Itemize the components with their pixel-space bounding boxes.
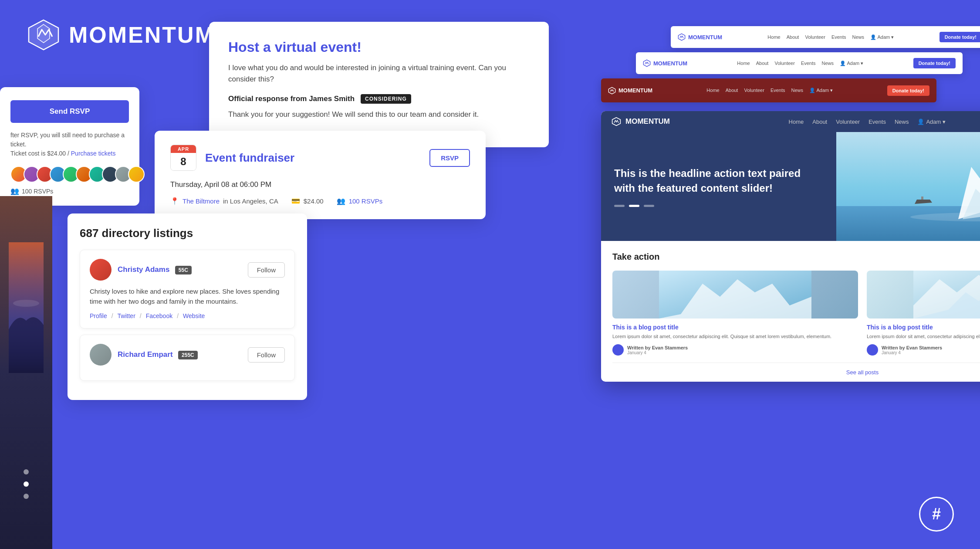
hash-icon-circle[interactable]: #: [919, 497, 954, 532]
preview-nav-3: MOMENTUM HomeAboutVolunteerEventsNews 👤 …: [601, 78, 936, 102]
member-avatar-christy: [90, 259, 112, 281]
event-fundraiser-card: APR 8 Event fundraiser RSVP Thursday, Ap…: [155, 131, 486, 219]
member-name-christy[interactable]: Christy Adams: [118, 265, 169, 274]
logo-text: MOMENTUM: [69, 22, 215, 48]
main-preview-card: MOMENTUM Home About Volunteer Events New…: [601, 111, 980, 382]
response-text: Thank you for your suggestion! We will s…: [228, 109, 530, 120]
send-rsvp-button[interactable]: Send RSVP: [10, 100, 129, 123]
member-card-christy: Christy Adams 55C Follow Christy loves t…: [80, 250, 295, 329]
rsvp-note: fter RSVP, you will still need to purcha…: [10, 131, 129, 158]
hero-headline: This is the headline action text paired …: [614, 166, 823, 195]
official-response-label: Official response from James Smith: [228, 95, 355, 103]
blog-posts-row: This is a blog post title Lorem ipsum do…: [612, 271, 980, 356]
hero-iceberg-svg: [836, 132, 980, 241]
author-avatar-2: [867, 344, 878, 356]
member-avatar-richard: [90, 344, 112, 366]
preview-donate-3[interactable]: Donate today!: [887, 85, 929, 96]
location-rest: in Los Angeles, CA: [223, 197, 278, 205]
preview-links-2: HomeAboutVolunteerEventsNews 👤 Adam ▾: [737, 61, 863, 66]
see-all-posts[interactable]: See all posts: [612, 363, 980, 382]
preview-nav-2: MOMENTUM HomeAboutVolunteerEventsNews 👤 …: [636, 52, 963, 74]
preview-donate-2[interactable]: Donate today!: [913, 58, 956, 68]
blog-title-2[interactable]: This is a blog post title: [867, 324, 980, 331]
blog-thumb-2: [867, 271, 980, 319]
event-title: Event fundraiser: [205, 151, 294, 165]
svg-point-3: [13, 300, 39, 307]
rsvp-note-line1: fter RSVP, you will still need to purcha…: [10, 132, 125, 148]
hero-indicators: [614, 205, 823, 207]
landscape-image: [9, 242, 44, 373]
take-action-header: Take action ✎ Create your own post: [612, 251, 980, 263]
blog-author-1: Written by Evan Stammers January 4: [612, 344, 858, 356]
hero-dot-2-active[interactable]: [629, 205, 639, 207]
hash-symbol: #: [932, 505, 941, 523]
rsvp-people-icon: 👥: [10, 187, 19, 195]
price-icon: 💳: [291, 197, 300, 205]
main-nav-logo-text: MOMENTUM: [625, 117, 670, 126]
member-link-twitter[interactable]: Twitter: [118, 312, 135, 319]
event-header-left: APR 8 Event fundraiser: [170, 145, 294, 171]
main-nav-logo: MOMENTUM: [612, 117, 670, 126]
hero-dot-3[interactable]: [644, 205, 654, 207]
author-name-2: Written by Evan Stammers: [882, 345, 942, 350]
event-date: Thursday, April 08 at 06:00 PM: [170, 180, 470, 189]
hero-section: This is the headline action text paired …: [601, 132, 980, 241]
logo-area: MOMENTUM: [26, 17, 215, 52]
member-link-facebook[interactable]: Facebook: [146, 312, 172, 319]
rsvp-count-link[interactable]: 100 RSVPs: [349, 197, 383, 205]
author-date-1: January 4: [627, 350, 688, 355]
calendar-month: APR: [171, 145, 196, 153]
follow-button-christy[interactable]: Follow: [248, 262, 285, 278]
follow-button-richard[interactable]: Follow: [248, 347, 285, 363]
preview-donate-1[interactable]: Donate today!: [939, 32, 980, 42]
main-nav-user[interactable]: 👤 Adam ▾: [917, 119, 946, 125]
member-card-richard: Richard Empart 255C Follow: [80, 335, 295, 381]
preview-logo-1: MOMENTUM: [678, 33, 722, 41]
main-nav: MOMENTUM Home About Volunteer Events New…: [601, 111, 980, 132]
slider-dot-3: [24, 494, 29, 499]
event-rsvp-count: 👥 100 RSVPs: [337, 197, 383, 205]
blog-excerpt-2: Lorem ipsum dolor sit amet, consectetur …: [867, 333, 980, 340]
rsvp-note-line2: Ticket cost is $24.00 /: [10, 150, 69, 157]
calendar-icon: APR 8: [170, 145, 196, 171]
rsvp-icon: 👥: [337, 197, 345, 205]
purchase-tickets-link[interactable]: Purchase tickets: [71, 150, 116, 157]
preview-logo-text-3: MOMENTUM: [618, 87, 652, 94]
blog-post-1: This is a blog post title Lorem ipsum do…: [612, 271, 858, 356]
main-nav-logo-icon: [612, 117, 621, 126]
rsvp-card: Send RSVP fter RSVP, you will still need…: [0, 87, 139, 206]
member-name-richard[interactable]: Richard Empart: [118, 350, 173, 359]
blog-image-2: [867, 271, 980, 319]
preview-logo-2: MOMENTUM: [643, 59, 687, 67]
member-link-profile[interactable]: Profile: [90, 312, 107, 319]
preview-links-3: HomeAboutVolunteerEventsNews 👤 Adam ▾: [706, 88, 833, 93]
event-location: 📍 The Biltmore in Los Angeles, CA: [170, 197, 278, 205]
member-header-richard: Richard Empart 255C Follow: [90, 344, 285, 366]
member-name-row-richard: Richard Empart 255C: [118, 350, 198, 359]
member-link-website[interactable]: Website: [183, 312, 205, 319]
location-link[interactable]: The Biltmore: [182, 197, 220, 205]
rsvp-button[interactable]: RSVP: [429, 149, 470, 167]
virtual-event-description: I love what you do and would be interest…: [228, 62, 530, 85]
blog-excerpt-1: Lorem ipsum dolor sit amet, consectetur …: [612, 333, 858, 340]
calendar-day: 8: [171, 153, 196, 170]
rsvp-avatars: [10, 166, 129, 183]
directory-title: 687 directory listings: [80, 227, 295, 240]
blog-title-1[interactable]: This is a blog post title: [612, 324, 858, 331]
member-bio-christy: Christy loves to hike and explore new pl…: [90, 287, 285, 306]
slider-dot-1: [24, 469, 29, 474]
hero-dot-1[interactable]: [614, 205, 625, 207]
preview-momentum-icon-3: [608, 87, 616, 95]
preview-momentum-icon-1: [678, 33, 686, 41]
author-name-1: Written by Evan Stammers: [627, 345, 688, 350]
preview-links-1: HomeAboutVolunteerEventsNews 👤 Adam ▾: [767, 34, 894, 40]
hero-text: This is the headline action text paired …: [601, 132, 836, 241]
rsvp-count-row: 👥 100 RSVPs: [10, 187, 129, 195]
member-badge-richard: 255C: [178, 351, 198, 359]
considering-badge: CONSIDERING: [361, 94, 411, 104]
svg-rect-9: [836, 206, 980, 241]
member-name-row-christy: Christy Adams 55C: [118, 265, 192, 274]
event-price: 💳 $24.00: [291, 197, 324, 205]
virtual-event-title: Host a virtual event!: [228, 39, 530, 55]
avatar-10: [128, 166, 145, 183]
